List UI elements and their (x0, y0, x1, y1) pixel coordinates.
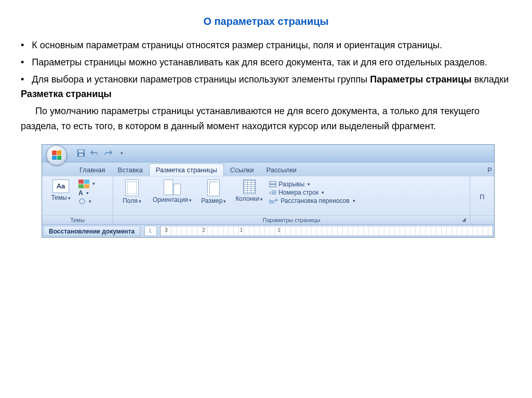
page-setup-dialog-launcher[interactable]: ◢ (462, 216, 468, 223)
ruler-numbers: 3 2 1 1 (165, 227, 297, 233)
columns-label: Колонки (235, 195, 259, 202)
tab-home[interactable]: Главная (73, 164, 111, 176)
bullet-2: Параметры страницы можно устанавливать к… (32, 57, 487, 67)
margins-icon (125, 180, 139, 196)
tab-page-layout[interactable]: Разметка страницы (149, 163, 224, 176)
ruler-bar: Восстановление документа L 3 2 1 1 (42, 224, 494, 237)
breaks-label: Разрывы (278, 181, 304, 188)
office-button[interactable] (46, 145, 67, 166)
slide-title: О параметрах страницы (21, 16, 511, 28)
svg-rect-1 (78, 150, 84, 153)
group-partial-right: П (470, 176, 494, 224)
tab-references[interactable]: Ссылки (224, 164, 260, 176)
recovery-pane-title: Восстановление документа (43, 226, 140, 236)
paragraph: По умолчанию параметры страницы устанавл… (21, 104, 511, 134)
group-themes-label: Темы (42, 215, 113, 224)
line-numbers-label: Номера строк (278, 189, 318, 196)
tab-selector[interactable]: L (144, 226, 157, 236)
svg-rect-5 (270, 185, 276, 187)
theme-fonts-button[interactable]: A▾ (78, 189, 95, 197)
group-partial-footer (470, 215, 494, 224)
size-label: Размер (201, 197, 222, 204)
line-numbers-icon: 1 (269, 189, 276, 196)
hyphenation-icon: bca- (269, 197, 278, 204)
orientation-label: Ориентация (153, 196, 188, 203)
ribbon-tabs: Главная Вставка Разметка страницы Ссылки… (42, 162, 494, 176)
svg-text:1: 1 (269, 190, 272, 195)
group-page-setup: Поля▾ Ориентация▾ Размер▾ (113, 176, 470, 224)
size-icon (207, 180, 220, 196)
titlebar: ▾ (42, 145, 494, 162)
breaks-button[interactable]: Разрывы▾ (269, 181, 355, 188)
tab-partial[interactable]: Р (481, 164, 494, 176)
partial-label: П (480, 193, 484, 201)
svg-rect-2 (79, 154, 83, 156)
bullet-3-bold-2: Разметка страницы (21, 89, 112, 99)
ribbon: Aa Темы▾ ▾ A▾ ▾ Темы Поля▾ (42, 176, 494, 224)
bullet-3: Для выбора и установки параметров страни… (32, 74, 367, 85)
bullet-3-bold-1: Параметры страницы (370, 74, 471, 85)
svg-rect-4 (270, 182, 276, 184)
bullet-1: К основным параметрам страницы относятся… (32, 40, 442, 50)
quick-access-toolbar: ▾ (76, 148, 126, 158)
qat-customize-icon[interactable]: ▾ (117, 148, 126, 158)
save-icon[interactable] (76, 148, 86, 158)
themes-aa-icon: Aa (52, 180, 69, 193)
theme-colors-button[interactable]: ▾ (78, 180, 95, 188)
hyphenation-button[interactable]: bca- Расстановка переносов▾ (269, 197, 355, 204)
theme-effects-button[interactable]: ▾ (78, 198, 95, 205)
themes-button[interactable]: Aa Темы▾ (46, 179, 75, 202)
office-logo-icon (52, 150, 61, 160)
svg-point-3 (79, 199, 85, 204)
bullet-3-mid: вкладки (472, 74, 509, 85)
columns-icon (243, 180, 256, 194)
size-button[interactable]: Размер▾ (198, 179, 229, 205)
margins-label: Поля (123, 197, 138, 204)
hyphenation-label: Расстановка переносов (281, 197, 350, 204)
undo-icon[interactable] (90, 148, 99, 158)
columns-button[interactable]: Колонки▾ (232, 179, 266, 203)
orientation-button[interactable]: Ориентация▾ (150, 179, 195, 204)
word-window: ▾ Главная Вставка Разметка страницы Ссыл… (42, 144, 495, 238)
themes-label: Темы (51, 194, 66, 201)
line-numbers-button[interactable]: 1 Номера строк▾ (269, 189, 355, 196)
margins-button[interactable]: Поля▾ (117, 179, 147, 205)
tab-mailings[interactable]: Рассылки (260, 164, 303, 176)
group-themes: Aa Темы▾ ▾ A▾ ▾ Темы (42, 176, 113, 224)
orientation-icon (164, 180, 181, 195)
breaks-icon (269, 181, 276, 187)
group-page-setup-label: Параметры страницы (113, 215, 470, 224)
redo-icon[interactable] (103, 148, 113, 158)
body-text: • К основным параметрам страницы относят… (21, 38, 511, 134)
horizontal-ruler[interactable]: 3 2 1 1 (160, 226, 493, 236)
tab-insert[interactable]: Вставка (111, 164, 149, 176)
